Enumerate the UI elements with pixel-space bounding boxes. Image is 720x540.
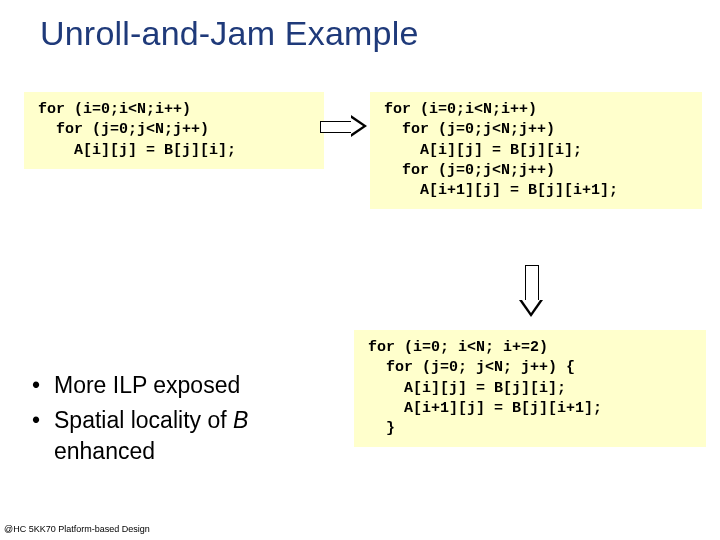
- slide-title: Unroll-and-Jam Example: [40, 14, 419, 53]
- bullet-dot-icon: •: [32, 370, 54, 401]
- arrow-down-icon: [520, 265, 542, 319]
- code-original: for (i=0;i<N;i++) for (j=0;j<N;j++) A[i]…: [24, 92, 324, 169]
- bullet-text: More ILP exposed: [54, 370, 240, 401]
- bullet-text-prefix: Spatial locality of: [54, 407, 233, 433]
- bullet-item: • More ILP exposed: [32, 370, 342, 401]
- bullet-text: Spatial locality of B enhanced: [54, 405, 342, 467]
- code-jammed: for (i=0; i<N; i+=2) for (j=0; j<N; j++)…: [354, 330, 706, 447]
- arrow-right-icon: [320, 116, 368, 136]
- bullet-text-suffix: enhanced: [54, 438, 155, 464]
- footer-text: @HC 5KK70 Platform-based Design: [4, 524, 150, 534]
- bullet-text-italic: B: [233, 407, 248, 433]
- bullet-dot-icon: •: [32, 405, 54, 467]
- bullet-item: • Spatial locality of B enhanced: [32, 405, 342, 467]
- bullet-list: • More ILP exposed • Spatial locality of…: [32, 370, 342, 471]
- slide: Unroll-and-Jam Example for (i=0;i<N;i++)…: [0, 0, 720, 540]
- code-unrolled: for (i=0;i<N;i++) for (j=0;j<N;j++) A[i]…: [370, 92, 702, 209]
